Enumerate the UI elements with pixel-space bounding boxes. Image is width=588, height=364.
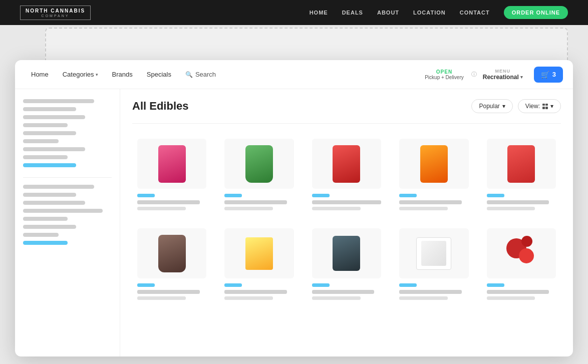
product-card[interactable]	[219, 223, 299, 305]
cart-count: 3	[552, 71, 556, 78]
page-title: All Edibles	[132, 100, 188, 113]
product-image	[420, 145, 448, 183]
product-image	[245, 237, 273, 270]
sidebar-item	[23, 155, 68, 159]
product-image	[158, 145, 186, 183]
sidebar-item	[23, 131, 76, 135]
product-image-area	[399, 228, 468, 278]
product-name-skeleton	[487, 200, 549, 204]
product-image	[333, 236, 360, 271]
product-badge	[137, 194, 155, 197]
nav-contact[interactable]: CONTACT	[460, 10, 490, 16]
sort-chevron-icon: ▾	[502, 103, 505, 110]
product-name-skeleton	[487, 290, 549, 294]
inner-nav-specials[interactable]: Specials	[141, 68, 177, 81]
logo-sub: COMPANY	[26, 14, 85, 18]
product-card[interactable]	[132, 134, 211, 215]
products-area: All Edibles Popular ▾ View: ▾	[120, 89, 573, 356]
product-image	[504, 236, 539, 271]
product-name-skeleton	[312, 200, 381, 204]
sort-button[interactable]: Popular ▾	[471, 99, 512, 113]
product-image-area	[137, 228, 206, 278]
pickup-label: Pickup + Delivery	[425, 75, 464, 80]
product-card[interactable]	[482, 223, 561, 305]
grid-view-icon	[542, 104, 548, 109]
product-badge	[224, 194, 242, 197]
menu-chevron-icon: ▾	[520, 75, 523, 80]
sidebar	[15, 89, 120, 356]
open-label: OPEN	[425, 69, 464, 75]
info-icon[interactable]: ⓘ	[471, 71, 477, 78]
product-price-skeleton	[399, 296, 448, 300]
product-price-skeleton	[399, 207, 448, 210]
sidebar-item	[23, 99, 94, 103]
cart-button[interactable]: 🛒 3	[534, 67, 563, 83]
main-card: Home Categories ▾ Brands Specials 🔍 Sear…	[15, 60, 573, 356]
product-image	[158, 235, 186, 272]
nav-home[interactable]: HOME	[310, 10, 328, 16]
product-price-skeleton	[487, 207, 535, 210]
logo-box: NORTH CANNABIS COMPANY	[20, 6, 91, 20]
product-name-skeleton	[399, 200, 462, 204]
sidebar-item-active	[23, 241, 68, 245]
product-card[interactable]	[132, 223, 211, 305]
product-badge	[312, 194, 330, 197]
view-chevron-icon: ▾	[550, 103, 553, 110]
view-button[interactable]: View: ▾	[518, 99, 561, 113]
content-area: All Edibles Popular ▾ View: ▾	[15, 89, 573, 356]
nav-about[interactable]: ABOUT	[377, 10, 399, 16]
product-card[interactable]	[482, 134, 561, 215]
inner-nav-home[interactable]: Home	[25, 68, 55, 81]
product-card[interactable]	[394, 223, 473, 305]
order-online-button[interactable]: ORDER ONLINE	[504, 6, 568, 19]
nav-location[interactable]: LOCATION	[413, 10, 446, 16]
product-badge	[487, 194, 504, 197]
sidebar-section-2	[23, 185, 112, 245]
product-badge	[399, 283, 417, 287]
product-card[interactable]	[394, 134, 473, 215]
product-price-skeleton	[224, 296, 273, 300]
product-price-skeleton	[487, 296, 535, 300]
product-image-area	[312, 139, 381, 189]
logo: NORTH CANNABIS COMPANY	[20, 6, 91, 20]
product-badge	[137, 283, 155, 287]
inner-nav-categories[interactable]: Categories ▾	[57, 68, 104, 81]
product-price-skeleton	[312, 207, 361, 210]
nav-deals[interactable]: DEALS	[342, 10, 363, 16]
cart-icon: 🛒	[541, 71, 549, 79]
product-image-area	[224, 228, 293, 278]
menu-label: MENU	[483, 69, 523, 74]
sidebar-item	[23, 147, 85, 151]
sidebar-item	[23, 217, 68, 221]
product-name-skeleton	[137, 290, 200, 294]
product-badge	[312, 283, 330, 287]
search-icon: 🔍	[185, 71, 193, 78]
product-card[interactable]	[307, 134, 386, 215]
product-name-skeleton	[224, 290, 287, 294]
products-grid	[132, 134, 561, 305]
inner-nav-brands[interactable]: Brands	[106, 68, 139, 81]
nav-links: HOME DEALS ABOUT LOCATION CONTACT ORDER …	[310, 6, 568, 19]
product-badge	[399, 194, 417, 197]
logo-name: NORTH CANNABIS	[26, 8, 85, 14]
sidebar-item	[23, 139, 59, 143]
product-name-skeleton	[312, 290, 375, 294]
products-divider	[132, 123, 561, 124]
product-card[interactable]	[219, 134, 299, 215]
product-price-skeleton	[224, 207, 273, 210]
sidebar-item	[23, 193, 76, 197]
categories-chevron-icon: ▾	[96, 72, 98, 77]
sidebar-item	[23, 185, 94, 189]
inner-nav-search[interactable]: 🔍 Search	[179, 68, 222, 81]
product-card[interactable]	[307, 223, 386, 305]
product-name-skeleton	[399, 290, 462, 294]
menu-type-selector[interactable]: Recreational ▾	[483, 74, 523, 81]
open-status: OPEN Pickup + Delivery	[425, 69, 464, 80]
sidebar-item	[23, 115, 85, 119]
top-navigation: NORTH CANNABIS COMPANY HOME DEALS ABOUT …	[0, 0, 588, 25]
product-image-area	[137, 139, 206, 189]
product-image-area	[312, 228, 381, 278]
menu-type-badge: MENU Recreational ▾	[483, 69, 523, 81]
products-header: All Edibles Popular ▾ View: ▾	[132, 99, 561, 113]
sidebar-item	[23, 123, 68, 127]
